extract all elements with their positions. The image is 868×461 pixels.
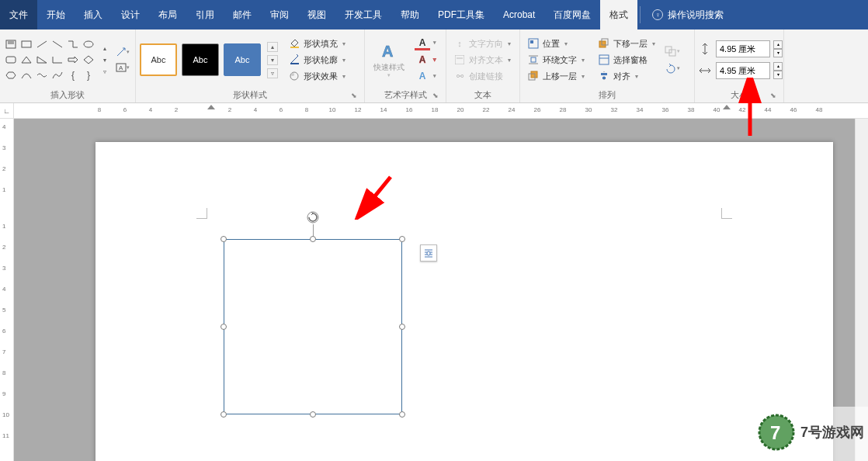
shape-triangle-icon[interactable] <box>19 53 33 67</box>
shape-roundrect-icon[interactable] <box>4 53 18 67</box>
menu-home[interactable]: 开始 <box>37 0 75 29</box>
shape-elbow-icon[interactable] <box>50 53 64 67</box>
shapes-gallery-more[interactable]: ▴▾▿ <box>99 45 110 75</box>
shape-oval-icon[interactable] <box>82 37 95 51</box>
ruler-tick: 11 <box>2 432 9 439</box>
width-spinner[interactable]: ▴▾ <box>773 62 783 79</box>
shape-line-icon[interactable] <box>35 37 49 51</box>
style-preset-2[interactable]: Abc <box>182 43 219 76</box>
resize-handle-mr[interactable] <box>399 324 405 330</box>
ruler-tick: 2 <box>228 106 231 113</box>
selection-pane-button[interactable]: 选择窗格 <box>595 53 658 68</box>
shape-fill-button[interactable]: 形状填充▾ <box>285 36 349 51</box>
menu-mailings[interactable]: 邮件 <box>224 0 261 29</box>
layout-options-button[interactable] <box>420 244 437 262</box>
menu-references[interactable]: 引用 <box>186 0 224 29</box>
watermark-site-name: 7号游戏网 <box>800 423 864 442</box>
create-link-button[interactable]: ⚯ 创建链接 <box>450 69 514 84</box>
resize-handle-br[interactable] <box>399 411 405 418</box>
shape-outline-button[interactable]: 形状轮廓▾ <box>285 53 349 68</box>
style-preset-1[interactable]: Abc <box>140 43 177 76</box>
shape-connector-icon[interactable] <box>66 37 80 51</box>
document-page[interactable]: Baidu jingyan <box>95 142 833 461</box>
ruler-tick: 6 <box>2 328 5 334</box>
shape-textbox-icon[interactable] <box>4 37 18 51</box>
shape-rbrace-icon[interactable]: } <box>82 68 95 82</box>
shape-wave-icon[interactable] <box>35 68 49 82</box>
align-icon <box>598 71 610 81</box>
shape-arrow-icon[interactable] <box>66 53 80 67</box>
menu-design[interactable]: 设计 <box>112 0 149 29</box>
group-button[interactable]: ▾ <box>664 43 681 59</box>
send-backward-button[interactable]: 下移一层▾ <box>595 36 658 51</box>
text-effects-button[interactable]: A▾ <box>415 69 430 83</box>
tell-me-search[interactable]: ♀ 操作说明搜索 <box>643 0 733 29</box>
style-preset-3[interactable]: Abc <box>224 43 261 76</box>
shapes-gallery[interactable]: { } <box>4 37 95 82</box>
quick-styles-button[interactable]: A 快速样式 ▾ <box>369 38 409 81</box>
resize-handle-ml[interactable] <box>220 324 227 330</box>
pen-icon <box>288 54 300 65</box>
shape-rtriangle-icon[interactable] <box>35 53 49 67</box>
rotate-button[interactable]: ▾ <box>664 61 681 76</box>
menu-pdf-tools[interactable]: PDF工具集 <box>429 0 494 29</box>
shape-curve-icon[interactable] <box>50 68 64 82</box>
workspace: 43211234567891011 <box>0 119 868 461</box>
shape-rect-icon[interactable] <box>19 37 33 51</box>
size-launcher[interactable]: ⬊ <box>769 92 778 101</box>
document-area[interactable]: Baidu jingyan 7 7号游戏网 <box>14 119 868 461</box>
text-fill-button[interactable]: A▾ <box>415 36 430 50</box>
menu-format[interactable]: 格式 <box>600 0 637 29</box>
vertical-ruler[interactable]: 43211234567891011 <box>0 119 14 461</box>
menu-developer[interactable]: 开发工具 <box>335 0 391 29</box>
resize-handle-bm[interactable] <box>310 411 316 418</box>
shape-diamond-icon[interactable] <box>82 53 95 67</box>
selected-rectangle-shape[interactable] <box>224 239 402 414</box>
ruler-tick: 20 <box>457 106 464 113</box>
wordart-launcher[interactable]: ⬊ <box>431 92 440 101</box>
menu-review[interactable]: 审阅 <box>261 0 298 29</box>
ruler-tick: 2 <box>175 106 178 113</box>
shape-line2-icon[interactable] <box>50 37 64 51</box>
ruler-tab-selector[interactable]: ∟ <box>0 103 14 119</box>
shape-effects-button[interactable]: 形状效果▾ <box>285 69 349 84</box>
resize-handle-tm[interactable] <box>310 236 316 242</box>
menu-layout[interactable]: 布局 <box>149 0 186 29</box>
left-indent-marker[interactable] <box>207 105 215 109</box>
text-box-button[interactable]: A▾ <box>114 60 131 75</box>
menu-view[interactable]: 视图 <box>298 0 335 29</box>
align-text-button[interactable]: 对齐文本▾ <box>450 53 514 68</box>
menu-insert[interactable]: 插入 <box>75 0 112 29</box>
ruler-tick: 4 <box>149 106 152 113</box>
height-input[interactable]: 4.95 厘米 <box>716 40 770 57</box>
svg-point-12 <box>290 72 298 80</box>
width-input[interactable]: 4.95 厘米 <box>716 62 770 79</box>
shape-hexagon-icon[interactable] <box>4 68 18 82</box>
menu-file[interactable]: 文件 <box>0 0 37 29</box>
shape-lbrace-icon[interactable]: { <box>66 68 80 82</box>
menu-acrobat[interactable]: Acrobat <box>494 0 544 29</box>
wordart-a-icon: A <box>378 41 400 61</box>
edit-shape-button[interactable]: ▾ <box>114 44 131 60</box>
resize-handle-bl[interactable] <box>220 411 227 418</box>
styles-gallery-nav[interactable]: ▴▾▿ <box>267 42 278 78</box>
height-spinner[interactable]: ▴▾ <box>773 40 783 57</box>
wrap-text-button[interactable]: 环绕文字▾ <box>524 53 588 68</box>
right-indent-marker[interactable] <box>723 105 731 109</box>
resize-handle-tr[interactable] <box>399 236 405 242</box>
rotate-handle[interactable] <box>306 210 320 224</box>
ruler-tick: 1 <box>2 186 5 193</box>
shape-arc-icon[interactable] <box>19 68 33 82</box>
text-outline-button[interactable]: A▾ <box>415 53 430 67</box>
ruler-tick: 8 <box>2 369 5 376</box>
resize-handle-tl[interactable] <box>220 236 227 242</box>
menu-baidu-netdisk[interactable]: 百度网盘 <box>544 0 600 29</box>
menu-help[interactable]: 帮助 <box>391 0 429 29</box>
shape-styles-launcher[interactable]: ⬊ <box>349 92 359 101</box>
align-button[interactable]: 对齐▾ <box>595 69 658 84</box>
bring-forward-button[interactable]: 上移一层▾ <box>524 69 588 84</box>
svg-rect-38 <box>427 251 430 255</box>
position-button[interactable]: 位置▾ <box>524 36 588 51</box>
text-direction-button[interactable]: ↕ 文字方向▾ <box>450 36 514 51</box>
ribbon-group-insert-shapes: { } ▴▾▿ ▾ A▾ 插入形状 <box>0 29 136 102</box>
